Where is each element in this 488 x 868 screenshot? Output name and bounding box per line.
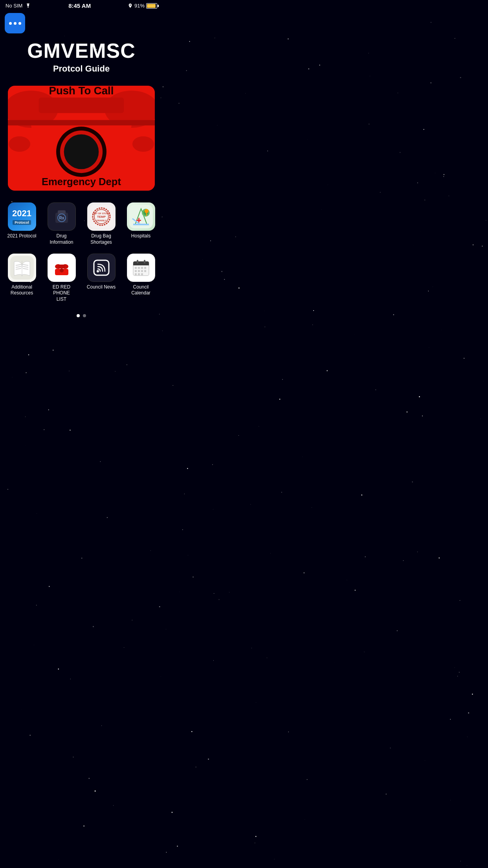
protocol-word: Protocol <box>13 220 31 225</box>
svg-rect-62 <box>141 270 143 272</box>
icon-drug-info-img: Rx <box>48 202 76 231</box>
svg-point-49 <box>97 270 99 272</box>
svg-rect-54 <box>137 260 138 263</box>
icon-label-council-calendar: CouncilCalendar <box>131 284 150 296</box>
icon-item-council-calendar[interactable]: CouncilCalendar <box>123 254 159 303</box>
icon-council-news-img <box>87 254 116 282</box>
svg-rect-61 <box>138 270 140 272</box>
battery-indicator <box>146 3 157 9</box>
protocol-year: 2021 <box>12 208 31 219</box>
icon-label-additional-resources: AdditionalResources <box>11 284 33 296</box>
svg-rect-65 <box>138 273 140 275</box>
svg-point-14 <box>132 136 154 152</box>
svg-rect-56 <box>135 267 137 269</box>
drug-info-icon: Rx <box>51 206 73 228</box>
push-to-call-button[interactable]: Push To Call Emergency Dept <box>8 86 155 191</box>
status-time: 8:45 AM <box>68 2 91 9</box>
app-icons-grid: 2021 Protocol 2021 Protocol Rx DrugInfor… <box>0 195 163 306</box>
council-news-icon <box>92 258 111 278</box>
icon-protocol-img: 2021 Protocol <box>8 202 36 231</box>
svg-rect-57 <box>138 267 140 269</box>
page-dot-2[interactable] <box>83 314 86 317</box>
no-sim-label: No SIM <box>6 3 22 9</box>
icon-label-ed-red-phone: ED RED PHONELIST <box>44 284 79 303</box>
additional-resources-icon <box>10 256 34 280</box>
status-left: No SIM <box>6 3 31 9</box>
svg-rect-3 <box>39 97 124 113</box>
svg-point-33 <box>145 209 149 213</box>
drug-bag-icon: OUT OF STOCK TEMP ORARILY <box>90 205 113 228</box>
icon-ed-red-phone-img <box>48 254 76 282</box>
svg-rect-58 <box>141 267 143 269</box>
icon-item-drug-info[interactable]: Rx DrugInformation <box>44 202 79 245</box>
svg-point-12 <box>9 136 30 152</box>
svg-rect-60 <box>135 270 137 272</box>
app-header: GMVEMSC Protcol Guide <box>0 36 163 82</box>
svg-point-46 <box>60 268 64 272</box>
icon-label-hospitals: Hospitals <box>131 233 150 239</box>
battery-percent: 91% <box>134 3 145 9</box>
svg-rect-45 <box>58 265 65 268</box>
svg-rect-32 <box>138 218 139 223</box>
icon-item-ed-red-phone[interactable]: ED RED PHONELIST <box>44 254 79 303</box>
svg-text:TEMP: TEMP <box>97 215 106 219</box>
svg-text:ORARILY: ORARILY <box>96 219 106 222</box>
icon-item-additional-resources[interactable]: AdditionalResources <box>4 254 40 303</box>
icon-council-calendar-img <box>127 254 155 282</box>
icon-item-drug-bag[interactable]: OUT OF STOCK TEMP ORARILY Drug BagShorta… <box>83 202 119 245</box>
status-bar: No SIM 8:45 AM 91% <box>0 0 163 11</box>
svg-rect-59 <box>144 267 146 269</box>
ed-red-phone-icon <box>52 258 72 278</box>
svg-text:Rx: Rx <box>59 216 64 220</box>
icon-item-council-news[interactable]: Council News <box>83 254 119 303</box>
icon-label-drug-info: DrugInformation <box>50 233 73 245</box>
svg-rect-64 <box>135 273 137 275</box>
menu-dot-1 <box>9 22 12 25</box>
svg-rect-53 <box>133 264 149 265</box>
location-icon <box>128 3 133 8</box>
icon-label-protocol: 2021 Protocol <box>7 233 36 239</box>
svg-text:Push To Call: Push To Call <box>49 86 114 97</box>
app-subtitle: Protcol Guide <box>8 64 155 74</box>
phone-button-container: Push To Call Emergency Dept <box>0 82 163 195</box>
svg-rect-55 <box>144 260 145 263</box>
svg-point-9 <box>64 134 99 169</box>
icon-item-hospitals[interactable]: Hospitals <box>123 202 159 245</box>
page-dot-1[interactable] <box>77 314 80 317</box>
icon-drug-bag-img: OUT OF STOCK TEMP ORARILY <box>87 202 116 231</box>
hospitals-icon <box>129 205 153 228</box>
svg-text:OUT OF STOCK: OUT OF STOCK <box>92 212 110 215</box>
svg-rect-5 <box>8 120 155 125</box>
icon-label-council-news: Council News <box>87 284 116 291</box>
icon-additional-resources-img <box>8 254 36 282</box>
menu-dot-2 <box>14 22 17 25</box>
status-right: 91% <box>128 3 157 9</box>
svg-rect-63 <box>144 270 146 272</box>
svg-text:Emergency Dept: Emergency Dept <box>42 176 121 187</box>
menu-dot-3 <box>18 22 21 25</box>
app-title: GMVEMSC <box>8 40 155 62</box>
svg-rect-66 <box>141 273 143 275</box>
council-calendar-icon <box>131 257 151 278</box>
icon-label-drug-bag: Drug BagShortages <box>90 233 112 245</box>
page-indicator <box>0 306 163 329</box>
icon-hospitals-img <box>127 202 155 231</box>
icon-item-protocol[interactable]: 2021 Protocol 2021 Protocol <box>4 202 40 245</box>
menu-button[interactable] <box>5 13 25 33</box>
wifi-icon <box>25 3 31 8</box>
